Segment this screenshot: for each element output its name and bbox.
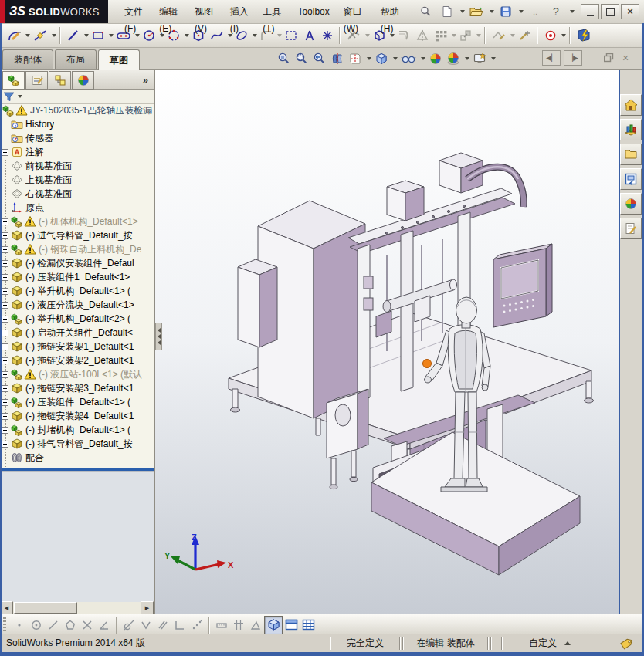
expand-toggle[interactable] xyxy=(2,427,8,434)
status-units-dropdown[interactable]: 自定义 xyxy=(503,636,596,651)
custom-properties-icon[interactable] xyxy=(620,218,642,239)
tree-item-component[interactable]: (-) 拖链安装架2_Default<1 xyxy=(0,353,154,367)
tree-item-component[interactable]: (-) 检漏仪安装组件_Defaul xyxy=(0,256,154,270)
sketch-icon[interactable] xyxy=(4,25,24,46)
sketch-point-icon[interactable] xyxy=(11,617,28,634)
featuremanager-tab-icon[interactable] xyxy=(2,71,25,90)
scrollbar-thumb[interactable] xyxy=(14,602,77,614)
move-entities-icon[interactable] xyxy=(456,25,475,46)
line-snap-icon[interactable] xyxy=(45,617,62,634)
view-cube-icon[interactable] xyxy=(264,616,283,634)
tree-item-component[interactable]: (-) 压装组件_Default<1> ( xyxy=(0,395,154,409)
hide-show-caret-icon[interactable] xyxy=(421,57,425,60)
tree-item-component[interactable]: (-) 进气导料管_Default_按 xyxy=(0,228,154,242)
new-caret-icon[interactable] xyxy=(460,10,465,13)
expand-toggle[interactable] xyxy=(2,441,8,448)
toolbar-grip[interactable] xyxy=(3,617,6,633)
apply-scene-icon[interactable] xyxy=(446,49,461,68)
window-maximize-button[interactable] xyxy=(601,4,619,19)
doc-restore-button[interactable] xyxy=(604,53,619,63)
tree-item-component[interactable]: (-) 举升机构_Default<2> ( xyxy=(0,312,154,326)
expand-toggle[interactable] xyxy=(2,232,8,239)
expand-toggle[interactable] xyxy=(2,288,8,295)
display-style-caret-icon[interactable] xyxy=(393,57,398,60)
filter-icon[interactable] xyxy=(3,91,15,102)
angle-snap-icon[interactable] xyxy=(96,617,113,634)
edit-appearance-icon[interactable] xyxy=(428,49,443,68)
tree-item-history[interactable]: History xyxy=(0,117,154,131)
tree-item-component[interactable]: (-) 拖链安装架1_Default<1 xyxy=(0,340,154,353)
tree-item-component[interactable]: (-) 启动开关组件_Default< xyxy=(0,326,154,340)
tree-item-sensors[interactable]: 传感器 xyxy=(0,131,154,145)
tree-item-component[interactable]: (-) 液压分流块_Default<1> xyxy=(0,298,154,312)
tree-item-component[interactable]: (-) 排气导料管_Default_按 xyxy=(0,437,154,451)
trace-snap-icon[interactable] xyxy=(188,617,205,634)
tangent-snap-icon[interactable] xyxy=(120,617,137,634)
tree-item-component[interactable]: (-) 压装组件1_Default<1> xyxy=(0,270,154,284)
perpendicular-snap-icon[interactable] xyxy=(171,617,188,634)
tree-root[interactable]: JY-1502035-1凸轮轴压装检漏 xyxy=(0,103,154,117)
solidworks-resources-icon[interactable] xyxy=(620,94,642,116)
hide-show-items-icon[interactable] xyxy=(400,49,417,68)
design-library-icon[interactable] xyxy=(620,119,642,140)
tag-icon[interactable] xyxy=(619,637,633,650)
expand-toggle[interactable] xyxy=(2,385,8,392)
view-orientation-caret-icon[interactable] xyxy=(367,57,371,60)
mirror-entities-icon[interactable] xyxy=(413,25,432,46)
displaymanager-tab-icon[interactable] xyxy=(72,71,94,90)
tree-item-front-plane[interactable]: 前视基准面 xyxy=(0,159,154,173)
tree-horizontal-scrollbar[interactable]: ◀ ▶ xyxy=(0,602,154,614)
tree-item-component[interactable]: (-) 液压站-100L<1> (默认 xyxy=(0,367,154,381)
spline-icon[interactable] xyxy=(208,25,226,46)
display-style-icon[interactable] xyxy=(374,49,389,68)
expand-toggle[interactable] xyxy=(2,330,8,336)
expand-toggle[interactable] xyxy=(2,149,8,156)
snaps-caret-icon[interactable] xyxy=(561,34,566,37)
menu-view[interactable]: 视图(V) xyxy=(188,3,223,20)
expand-toggle[interactable] xyxy=(2,343,8,350)
expand-toggle[interactable] xyxy=(2,357,8,364)
new-document-icon[interactable] xyxy=(437,3,457,20)
apply-scene-caret-icon[interactable] xyxy=(465,57,469,60)
menu-toolbox[interactable]: Toolbox xyxy=(290,3,336,20)
grid-snap-icon[interactable] xyxy=(230,617,247,634)
expand-toggle[interactable] xyxy=(2,371,8,378)
menu-file[interactable]: 文件(F) xyxy=(117,3,152,20)
expand-toggle[interactable] xyxy=(2,413,8,420)
move-caret-icon[interactable] xyxy=(476,34,481,37)
propertymanager-tab-icon[interactable] xyxy=(25,71,48,90)
viewport-3d-scene[interactable]: Z Y X xyxy=(155,69,619,614)
parallel-snap-icon[interactable] xyxy=(154,617,171,634)
quick-snaps-icon[interactable] xyxy=(541,25,560,46)
line-icon[interactable] xyxy=(64,25,83,46)
menu-window[interactable]: 窗口(W) xyxy=(337,3,374,20)
tree-item-component[interactable]: (-) 举升机构_Default<1> ( xyxy=(0,284,154,298)
expand-toggle[interactable] xyxy=(2,260,8,267)
tree-item-component[interactable]: (-) 封堵机构_Default<1> ( xyxy=(0,423,154,437)
table-grid-icon[interactable] xyxy=(300,617,317,634)
tree-item-top-plane[interactable]: 上视基准面 xyxy=(0,173,154,187)
tree-item-mates[interactable]: 配合 xyxy=(0,451,154,465)
expand-toggle[interactable] xyxy=(2,399,8,406)
previous-window-icon[interactable]: ◀▏ xyxy=(542,50,561,66)
zoom-to-area-icon[interactable] xyxy=(294,49,310,68)
smart-dimension-caret-icon[interactable] xyxy=(52,34,56,37)
panel-overflow-chevron[interactable]: » xyxy=(143,74,151,86)
tree-item-component[interactable]: (-) 机体机构_Default<1> xyxy=(0,215,154,228)
model-control-panel[interactable] xyxy=(493,244,552,327)
filter-caret-icon[interactable] xyxy=(18,95,22,98)
instant2d-icon[interactable] xyxy=(574,25,594,46)
menu-help[interactable]: 帮助(H) xyxy=(374,3,409,20)
midpoint-snap-icon[interactable] xyxy=(137,617,154,634)
overflow-icon[interactable]: .. xyxy=(525,3,545,20)
zoom-to-fit-icon[interactable] xyxy=(276,49,292,68)
view-settings-icon[interactable] xyxy=(472,49,487,68)
tab-layout[interactable]: 布局 xyxy=(55,49,97,69)
tree-item-origin[interactable]: 原点 xyxy=(0,201,154,215)
split-pane-icon[interactable] xyxy=(283,617,300,634)
tree-item-component[interactable]: (-) 拖链安装架4_Default<1 xyxy=(0,409,154,423)
angle-measure-icon[interactable] xyxy=(247,617,264,634)
help-icon[interactable]: ? xyxy=(547,3,567,20)
expand-toggle[interactable] xyxy=(2,316,8,323)
tab-sketch[interactable]: 草图 xyxy=(98,49,140,70)
